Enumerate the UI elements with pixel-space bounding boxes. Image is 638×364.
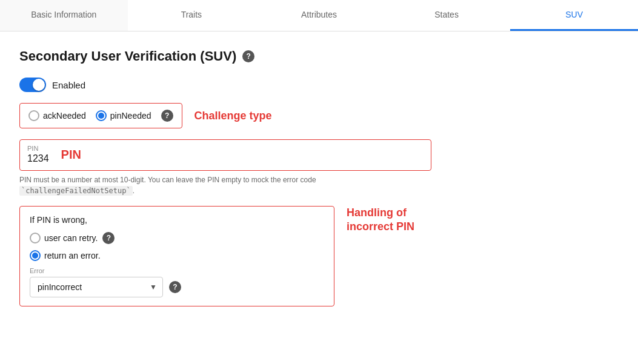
pin-field-value[interactable]: 1234 — [27, 153, 49, 164]
tab-suv[interactable]: SUV — [510, 0, 638, 31]
pin-section: PIN 1234 PIN PIN must be a number at mos… — [19, 139, 619, 196]
pin-annotation: PIN — [61, 148, 81, 162]
radio-retry-circle — [30, 233, 41, 243]
enabled-toggle-row: Enabled — [19, 78, 619, 92]
radio-retry-label: user can retry. — [44, 233, 98, 243]
toggle-thumb — [33, 79, 45, 91]
dropdown-help-icon[interactable]: ? — [169, 281, 181, 293]
incorrect-pin-box: If PIN is wrong, user can retry. ? retur… — [19, 206, 334, 306]
page-title-text: Secondary User Verification (SUV) — [19, 48, 236, 64]
error-dropdown[interactable]: pinIncorrect pinLocked pinNotSet — [30, 277, 163, 297]
main-container: Basic Information Traits Attributes Stat… — [0, 0, 638, 364]
radio-ack-needed[interactable]: ackNeeded — [28, 110, 86, 121]
pin-hint: PIN must be a number at most 10-digit. Y… — [19, 174, 431, 196]
tab-attributes[interactable]: Attributes — [255, 0, 383, 31]
tab-traits[interactable]: Traits — [128, 0, 256, 31]
radio-retry-row: user can retry. ? — [30, 232, 324, 244]
incorrect-pin-annotation: Handling ofincorrect PIN — [347, 206, 414, 234]
tab-basic-information[interactable]: Basic Information — [0, 0, 128, 31]
radio-error-circle — [30, 250, 41, 261]
pin-field-label: PIN — [27, 145, 49, 152]
page-title-row: Secondary User Verification (SUV) ? — [19, 48, 619, 64]
challenge-help-icon[interactable]: ? — [161, 110, 173, 122]
dropdown-container: pinIncorrect pinLocked pinNotSet ▼ — [30, 277, 163, 297]
challenge-type-section: ackNeeded pinNeeded ? Challenge type — [19, 103, 619, 128]
radio-pin-circle — [96, 110, 107, 121]
incorrect-pin-section: If PIN is wrong, user can retry. ? retur… — [19, 206, 619, 306]
radio-retry[interactable]: user can retry. — [30, 233, 98, 243]
radio-error-label: return an error. — [44, 251, 101, 260]
title-help-icon[interactable]: ? — [242, 50, 254, 62]
radio-error[interactable]: return an error. — [30, 250, 101, 261]
incorrect-pin-title: If PIN is wrong, — [30, 215, 324, 225]
radio-pin-needed[interactable]: pinNeeded — [96, 110, 151, 121]
pin-field-inner: PIN 1234 — [27, 145, 49, 164]
challenge-type-box: ackNeeded pinNeeded ? — [19, 103, 182, 128]
radio-error-row: return an error. — [30, 250, 324, 261]
enabled-label: Enabled — [52, 80, 85, 90]
radio-ack-label: ackNeeded — [43, 111, 86, 121]
dropdown-label: Error — [30, 267, 324, 274]
radio-pin-label: pinNeeded — [110, 111, 151, 121]
radio-ack-circle — [28, 110, 39, 121]
toggle-track — [19, 78, 46, 92]
challenge-type-annotation: Challenge type — [194, 110, 272, 122]
pin-field-wrapper: PIN 1234 PIN — [19, 139, 431, 171]
enabled-toggle[interactable] — [19, 78, 46, 92]
tab-states[interactable]: States — [383, 0, 511, 31]
retry-help-icon[interactable]: ? — [102, 232, 115, 244]
error-dropdown-row: Error pinIncorrect pinLocked pinNotSet ▼… — [30, 267, 324, 297]
content-area: Secondary User Verification (SUV) ? Enab… — [0, 31, 638, 323]
tab-bar: Basic Information Traits Attributes Stat… — [0, 0, 638, 31]
dropdown-wrapper: pinIncorrect pinLocked pinNotSet ▼ ? — [30, 277, 324, 297]
